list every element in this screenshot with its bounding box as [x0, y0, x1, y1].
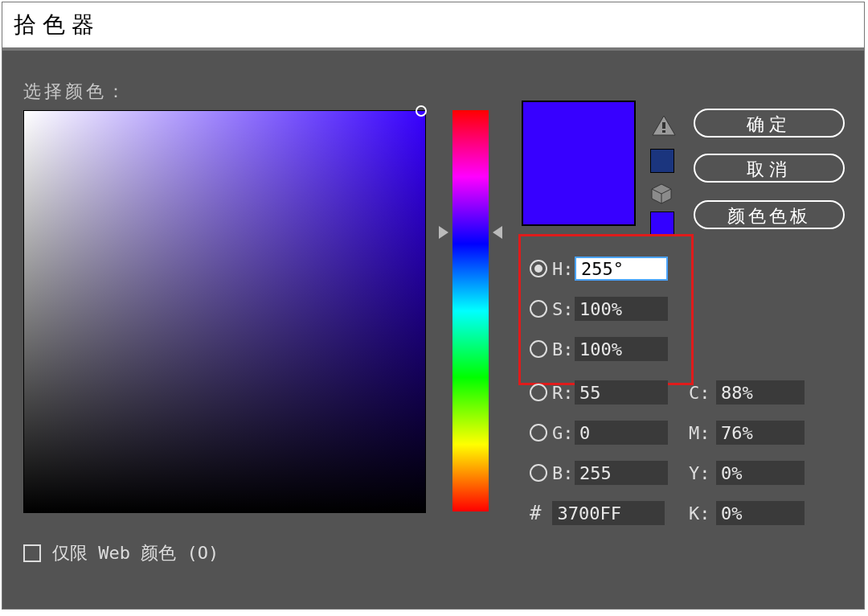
y-row: Y:	[689, 459, 805, 487]
hash-label: #	[530, 502, 541, 524]
g-input[interactable]	[575, 421, 668, 445]
m-row: M:	[689, 419, 805, 446]
web-only-row: 仅限 Web 颜色 (O)	[23, 541, 219, 565]
g-row: G:	[530, 419, 668, 446]
gamut-safe-swatch[interactable]	[650, 149, 674, 173]
select-color-label: 选择颜色：	[23, 80, 128, 104]
svg-rect-1	[662, 122, 665, 129]
b-radio[interactable]	[530, 340, 547, 358]
hex-input[interactable]	[552, 501, 665, 525]
web-safe-cube-icon[interactable]	[650, 183, 673, 205]
cancel-button[interactable]: 取消	[694, 154, 845, 183]
web-safe-swatch[interactable]	[650, 211, 674, 236]
ok-button[interactable]: 确定	[694, 109, 845, 138]
color-swatches-button[interactable]: 颜色色板	[694, 200, 845, 229]
c-label: C:	[689, 383, 716, 403]
b-input[interactable]	[575, 337, 668, 361]
web-only-label: 仅限 Web 颜色 (O)	[52, 541, 219, 565]
r-radio[interactable]	[530, 384, 547, 401]
r-input[interactable]	[575, 380, 668, 405]
s-row: S:	[530, 295, 668, 322]
sb-cursor-icon[interactable]	[416, 105, 427, 117]
y-input[interactable]	[716, 461, 805, 485]
m-input[interactable]	[716, 421, 805, 445]
b-row: B:	[530, 335, 668, 363]
c-input[interactable]	[716, 380, 805, 405]
r-row: R:	[530, 379, 668, 406]
b-label: B:	[552, 339, 575, 359]
h-input[interactable]	[575, 257, 668, 281]
saturation-brightness-field[interactable]	[23, 110, 426, 513]
c-row: C:	[689, 379, 805, 406]
color-preview	[522, 101, 636, 226]
hue-slider[interactable]	[452, 110, 489, 511]
color-picker-dialog: 拾色器 选择颜色： 确定 取消 颜色色板 H:	[2, 2, 865, 610]
k-label: K:	[689, 503, 716, 524]
bl-label: B:	[552, 463, 575, 483]
k-input[interactable]	[716, 501, 805, 525]
gamut-warning-icon[interactable]	[652, 115, 676, 136]
current-color-swatch[interactable]	[523, 163, 634, 224]
h-row: H:	[530, 255, 668, 282]
new-color-swatch	[523, 102, 634, 163]
dialog-body: 选择颜色： 确定 取消 颜色色板 H: S:	[2, 51, 864, 609]
bl-radio[interactable]	[530, 464, 547, 482]
bl-row: B:	[530, 459, 668, 487]
g-radio[interactable]	[530, 424, 547, 441]
s-radio[interactable]	[530, 300, 547, 318]
m-label: M:	[689, 423, 716, 443]
web-only-checkbox[interactable]	[23, 544, 41, 562]
svg-rect-2	[662, 130, 665, 133]
bl-input[interactable]	[575, 461, 668, 485]
hue-arrow-right-icon	[493, 226, 502, 239]
s-input[interactable]	[575, 297, 668, 321]
s-label: S:	[552, 299, 575, 319]
window-title: 拾色器	[2, 2, 864, 51]
h-radio[interactable]	[530, 260, 547, 277]
r-label: R:	[552, 383, 575, 403]
hue-arrow-left-icon	[439, 226, 448, 239]
hex-row: #	[530, 499, 665, 527]
y-label: Y:	[689, 463, 716, 483]
h-label: H:	[552, 259, 575, 279]
k-row: K:	[689, 499, 805, 527]
g-label: G:	[552, 423, 575, 443]
